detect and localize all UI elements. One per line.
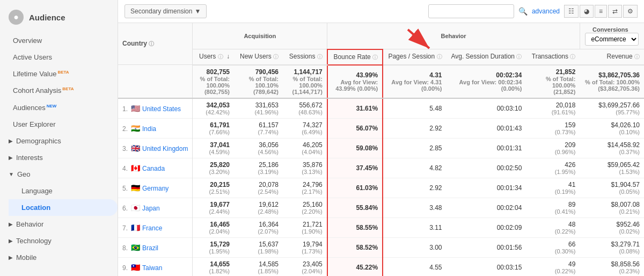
transactions-cell: 48(0.22%): [526, 217, 580, 237]
sidebar-item-user-explorer[interactable]: User Explorer: [0, 116, 118, 133]
sessions-column-header[interactable]: Sessions ⓘ: [283, 49, 327, 65]
table-row: 6.🇯🇵Japan19,677(2.44%)19,612(2.48%)25,16…: [118, 198, 644, 217]
view-buttons: ☷ ◕ ≡ ⇄ ⚙: [564, 5, 638, 18]
sidebar-item-lifetime-value[interactable]: Lifetime ValueBETA: [0, 66, 118, 82]
totals-users: 802,755 % of Total: 100.00% (802,755): [193, 65, 234, 98]
sidebar-item-demographics[interactable]: ▶ Demographics: [0, 133, 118, 149]
country-link[interactable]: India: [142, 125, 156, 133]
users-cell: 25,820(3.20%): [193, 158, 234, 178]
bounce-rate-cell: 31.61%: [327, 98, 383, 119]
row-number: 4.: [122, 165, 128, 172]
avg-session-cell: 00:01:31: [447, 138, 526, 158]
sidebar-item-geo[interactable]: ▼ Geo: [0, 166, 118, 183]
chevron-right-icon: ▶: [9, 155, 13, 161]
totals-new-users: 790,456 % of Total: 100.10% (789,642): [234, 65, 283, 98]
toolbar: Secondary dimension ▼ 🔍 advanced ☷ ◕ ≡ ⇄…: [118, 0, 644, 23]
chart-view-button[interactable]: ◕: [580, 5, 594, 18]
country-link[interactable]: Japan: [142, 205, 160, 212]
country-link[interactable]: Germany: [142, 185, 169, 192]
table-row: 1.🇺🇸United States342,053(42.42%)331,653(…: [118, 98, 644, 119]
sessions-cell: 19,794(1.73%): [283, 237, 327, 257]
bounce-rate-cell: 59.08%: [327, 138, 383, 158]
avg-session-duration-column-header[interactable]: Avg. Session Duration ⓘ: [447, 49, 526, 65]
beta-badge-lifetime: BETA: [57, 70, 69, 75]
row-number: 2.: [122, 125, 128, 133]
pages-session-column-header[interactable]: Pages / Session ⓘ: [383, 49, 446, 65]
chevron-down-icon: ▼: [9, 171, 14, 177]
new-users-cell: 20,078(2.54%): [234, 178, 283, 198]
sidebar-item-overview[interactable]: Overview: [0, 32, 118, 49]
person-icon: ●: [9, 10, 24, 25]
search-button[interactable]: 🔍: [518, 7, 528, 16]
table-row: 7.🇫🇷France16,465(2.04%)16,364(2.07%)21,7…: [118, 217, 644, 237]
totals-revenue: $3,862,705.36 % of Total: 100.00% ($3,86…: [580, 65, 644, 98]
sidebar-item-location[interactable]: Location: [9, 199, 118, 216]
sessions-cell: 74,327(6.49%): [283, 118, 327, 138]
sidebar-item-mobile[interactable]: ▶ Mobile: [0, 249, 118, 266]
users-cell: 20,215(2.51%): [193, 178, 234, 198]
flag-icon: 🇧🇷: [131, 243, 140, 252]
ecommerce-select[interactable]: eCommerce: [585, 33, 639, 46]
list-view-button[interactable]: ≡: [595, 5, 607, 18]
transactions-cell: 426(1.95%): [526, 158, 580, 178]
bounce-rate-cell: 37.45%: [327, 158, 383, 178]
revenue-cell: $952.46(0.02%): [580, 217, 644, 237]
sidebar-header: ● Audience: [0, 4, 118, 32]
main-content: Secondary dimension ▼ 🔍 advanced ☷ ◕ ≡ ⇄…: [118, 0, 644, 276]
advanced-link[interactable]: advanced: [532, 8, 560, 15]
chevron-right-icon: ▶: [9, 238, 13, 244]
country-link[interactable]: Taiwan: [142, 264, 162, 272]
users-cell: 16,465(2.04%): [193, 217, 234, 237]
new-users-cell: 15,637(1.98%): [234, 237, 283, 257]
country-cell: 7.🇫🇷France: [118, 217, 193, 237]
country-link[interactable]: United Kingdom: [142, 145, 188, 152]
compare-view-button[interactable]: ⇄: [608, 5, 622, 18]
country-cell: 6.🇯🇵Japan: [118, 198, 193, 217]
sidebar-item-behavior[interactable]: ▶ Behavior: [0, 216, 118, 233]
sidebar-item-cohort-analysis[interactable]: Cohort AnalysisBETA: [0, 82, 118, 99]
users-column-header[interactable]: Users ⓘ ↓: [193, 49, 234, 65]
country-cell: 1.🇺🇸United States: [118, 98, 193, 119]
country-link[interactable]: Canada: [142, 165, 165, 172]
table-row: 5.🇩🇪Germany20,215(2.51%)20,078(2.54%)24,…: [118, 178, 644, 198]
chevron-right-icon: ▶: [9, 138, 13, 144]
sidebar-item-technology[interactable]: ▶ Technology: [0, 233, 118, 249]
bounce-rate-cell: 58.55%: [327, 217, 383, 237]
users-cell: 14,655(1.82%): [193, 257, 234, 276]
sidebar-item-language[interactable]: Language: [9, 183, 118, 199]
country-link[interactable]: United States: [142, 105, 181, 113]
country-link[interactable]: France: [142, 224, 162, 232]
new-users-info-icon: ⓘ: [273, 54, 279, 60]
new-users-column-header[interactable]: New Users ⓘ: [234, 49, 283, 65]
bounce-rate-column-header[interactable]: Bounce Rate ⓘ: [327, 49, 383, 65]
sidebar-item-active-users[interactable]: Active Users: [0, 49, 118, 66]
avg-session-cell: 00:02:50: [447, 158, 526, 178]
secondary-dimension-button[interactable]: Secondary dimension ▼: [125, 4, 207, 18]
transactions-info-icon: ⓘ: [570, 54, 575, 60]
settings-view-button[interactable]: ⚙: [623, 5, 638, 18]
sidebar-item-interests[interactable]: ▶ Interests: [0, 149, 118, 166]
new-users-cell: 16,364(2.07%): [234, 217, 283, 237]
grid-view-button[interactable]: ☷: [564, 5, 579, 18]
sessions-info-icon: ⓘ: [317, 54, 323, 60]
data-table-container: Country ⓘ Acquisition Behavior Conversio…: [118, 23, 644, 276]
avg-session-cell: 00:03:10: [447, 98, 526, 119]
avg-session-info-icon: ⓘ: [516, 54, 522, 60]
beta-badge-cohort: BETA: [62, 86, 74, 91]
country-link[interactable]: Brazil: [142, 244, 158, 252]
country-header[interactable]: Country ⓘ: [118, 23, 193, 65]
bounce-rate-cell: 55.84%: [327, 198, 383, 217]
transactions-column-header[interactable]: Transactions ⓘ: [526, 49, 580, 65]
sidebar-item-audiences[interactable]: AudiencesNEW: [0, 99, 118, 116]
conversions-section-header: Conversions eCommerce: [580, 23, 644, 49]
pages-session-cell: 2.92: [383, 178, 446, 198]
country-cell: 4.🇨🇦Canada: [118, 158, 193, 178]
search-input[interactable]: [428, 4, 514, 18]
geo-children: Language Location: [9, 183, 118, 216]
revenue-cell: $8,007.08(0.21%): [580, 198, 644, 217]
users-cell: 61,791(7.66%): [193, 118, 234, 138]
revenue-column-header[interactable]: Revenue ⓘ: [580, 49, 644, 65]
sort-arrow-down: ↓: [226, 53, 230, 60]
transactions-cell: 49(0.22%): [526, 257, 580, 276]
flag-icon: 🇺🇸: [131, 104, 140, 113]
